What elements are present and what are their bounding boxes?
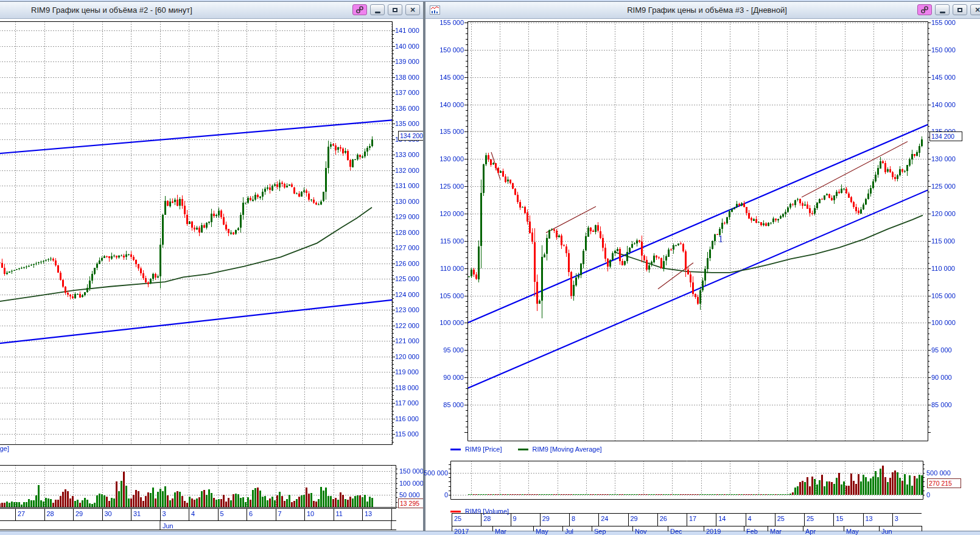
price-volume-chart-canvas[interactable] xyxy=(0,19,424,531)
minimize-icon xyxy=(375,12,380,13)
window-title: RIM9 График цены и объёма #2 - [60 минут… xyxy=(31,5,192,15)
titlebar[interactable]: RIM9 График цены и объёма #2 - [60 минут… xyxy=(0,2,424,19)
close-icon: ✕ xyxy=(410,7,415,13)
link-button[interactable] xyxy=(917,4,932,15)
chart-content: 155 000155 000150 000150 000145 000145 0… xyxy=(425,19,980,531)
link-button[interactable] xyxy=(352,4,367,15)
window-chart-daily: RIM9 График цены и объёма #3 - [Дневной]… xyxy=(423,1,980,531)
restore-button[interactable] xyxy=(388,4,402,15)
close-button[interactable]: ✕ xyxy=(970,4,980,15)
restore-icon xyxy=(393,8,397,12)
minimize-button[interactable] xyxy=(370,4,385,15)
titlebar-buttons: ✕ xyxy=(352,4,420,15)
restore-button[interactable] xyxy=(953,4,967,15)
minimize-icon xyxy=(940,12,945,13)
close-button[interactable]: ✕ xyxy=(405,4,420,15)
chart-icon xyxy=(430,5,440,15)
titlebar-buttons: ✕ xyxy=(917,4,980,15)
minimize-button[interactable] xyxy=(935,4,950,15)
restore-icon xyxy=(957,8,962,12)
window-title: RIM9 График цены и объёма #3 - [Дневной] xyxy=(627,5,787,15)
link-icon xyxy=(355,5,364,14)
link-icon xyxy=(920,5,929,14)
window-chart-60min: RIM9 График цены и объёма #2 - [60 минут… xyxy=(0,1,426,531)
chart-content: 141 000140 000139 000138 000137 000136 0… xyxy=(0,19,424,531)
price-volume-chart-canvas[interactable] xyxy=(425,19,980,531)
close-icon: ✕ xyxy=(975,7,980,13)
titlebar[interactable]: RIM9 График цены и объёма #3 - [Дневной]… xyxy=(425,2,980,19)
